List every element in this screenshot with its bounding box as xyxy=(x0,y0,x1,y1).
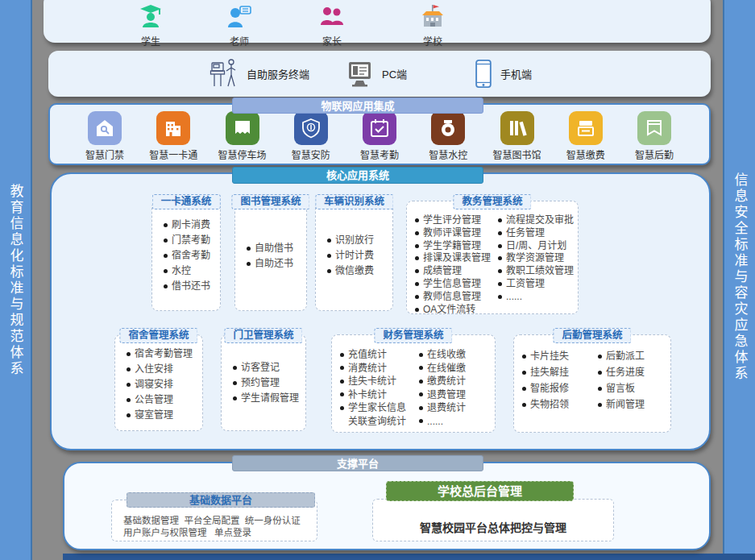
dormitory-management-box: 宿舍管理系统 宿舍考勤管理 入住安排 调寝安排 公告管理 寝室管理 xyxy=(114,334,203,431)
list-item: 水控 xyxy=(164,263,215,279)
list-item: 缴费统计 xyxy=(419,375,492,388)
iot-tile-logistics: 智慧后勤 xyxy=(625,111,683,161)
bottom-accent-bar xyxy=(63,554,755,560)
list-item: 退费统计 xyxy=(419,401,492,415)
users-panel: 学生 老师 家长 学校 xyxy=(44,0,711,43)
list-item: 宿舍考勤管理 xyxy=(127,346,197,362)
list-item: 学生学籍管理 xyxy=(415,240,492,253)
terminal-item-mobile: 手机端 xyxy=(474,51,532,97)
list-item: 成绩管理 xyxy=(415,265,492,278)
iot-tile-water-control: 智慧水控 xyxy=(419,111,477,161)
vehicle-recognition-box: 车辆识别系统 识别放行 计时计费 微信缴费 xyxy=(315,201,393,311)
system-box-title: 图书管理系统 xyxy=(231,194,309,209)
iot-section-header: 物联网应用集成 xyxy=(232,97,483,114)
list-item: 访客登记 xyxy=(233,360,301,375)
onecard-system-box: 一卡通系统 刷卡消费 门禁考勤 宿舍考勤 水控 借书还书 xyxy=(151,201,221,311)
one-card-icon xyxy=(156,111,190,145)
kiosk-icon xyxy=(209,57,240,91)
list-item: 智能报修 xyxy=(522,380,591,396)
water-control-icon xyxy=(431,111,465,145)
iot-tile-payment: 智慧缴费 xyxy=(557,111,615,161)
list-item: 教师信息管理 xyxy=(415,291,492,304)
school-icon xyxy=(420,3,446,29)
parents-icon xyxy=(319,3,345,29)
list-item: 任务进度 xyxy=(598,364,667,380)
attendance-icon xyxy=(363,111,396,145)
list-item: 补卡统计 xyxy=(340,388,413,402)
terminal-item-label: 自助服务终端 xyxy=(247,66,309,81)
iot-tile-parking: 智慧停车场 xyxy=(214,111,272,161)
list-item: 寝室管理 xyxy=(127,408,197,423)
user-item-label: 学校 xyxy=(400,34,465,48)
iot-tile-label: 智慧水控 xyxy=(419,147,477,161)
list-item: 自助还书 xyxy=(247,256,301,272)
iot-tile-label: 智慧考勤 xyxy=(351,147,409,161)
base-platform-line1: 基础数据管理 平台全局配置 统一身份认证 xyxy=(123,515,317,527)
core-panel: 一卡通系统 刷卡消费 门禁考勤 宿舍考勤 水控 借书还书 图书管理系统 自助借书… xyxy=(50,172,711,450)
list-item: 识别放行 xyxy=(327,233,388,248)
teacher-icon xyxy=(226,3,252,29)
right-sidebar: 信息安全标准与容灾应急体系 xyxy=(723,0,755,554)
iot-tile-library: 智慧图书馆 xyxy=(488,111,546,161)
support-panel: 基础数据管理 平台全局配置 统一身份认证 用户账户与权限管理 单点登录 基础数据… xyxy=(63,462,711,550)
list-item: ...... xyxy=(419,415,492,429)
list-item: 学生信息管理 xyxy=(415,278,492,291)
terminals-panel: 自助服务终端 PC端 手机端 xyxy=(48,51,711,97)
list-item: 公告管理 xyxy=(127,392,197,408)
user-item-teacher: 老师 xyxy=(207,3,272,48)
list-item: 预约管理 xyxy=(233,375,301,391)
logistics-icon xyxy=(637,111,671,145)
user-item-parents: 家长 xyxy=(300,3,364,48)
user-item-label: 家长 xyxy=(300,34,364,48)
iot-tile-label: 智慧门禁 xyxy=(76,147,134,161)
terminal-item-kiosk: 自助服务终端 xyxy=(209,51,309,97)
iot-tile-security: 智慧安防 xyxy=(282,111,340,161)
list-item: 在线收缴 xyxy=(419,348,492,362)
terminal-item-label: PC端 xyxy=(382,66,407,81)
list-item: 挂失卡统计 xyxy=(340,375,413,388)
iot-tile-label: 智慧缴费 xyxy=(557,147,615,161)
list-item: 失物招领 xyxy=(522,396,591,413)
iot-tile-attendance: 智慧考勤 xyxy=(351,111,409,161)
list-item: 日/周、月计划 xyxy=(498,240,575,253)
system-box-title: 车辆识别系统 xyxy=(315,194,393,209)
terminal-item-pc: PC端 xyxy=(345,51,407,97)
list-item: 退费管理 xyxy=(419,388,492,402)
user-item-label: 老师 xyxy=(207,34,272,48)
library-management-box: 图书管理系统 自助借书 自助还书 xyxy=(234,201,307,311)
core-section-header: 核心应用系统 xyxy=(232,167,483,184)
payment-icon xyxy=(569,111,603,145)
list-item: 流程提交及审批 xyxy=(498,214,575,227)
left-sidebar: 教育信息化标准与规范体系 xyxy=(0,0,32,560)
parking-icon xyxy=(226,111,259,145)
list-item: 教学资源管理 xyxy=(498,252,575,265)
support-section-header: 支撑平台 xyxy=(232,455,483,471)
user-item-student: 学生 xyxy=(118,3,183,48)
list-item: 学生请假管理 xyxy=(233,391,301,406)
system-box-title: 财务管理系统 xyxy=(374,328,452,343)
list-item: 学生评分管理 xyxy=(415,214,492,227)
list-item: 挂失解挂 xyxy=(522,364,591,380)
list-item: 工资管理 xyxy=(498,278,575,291)
list-item: 入住安排 xyxy=(127,362,197,377)
list-item: 教职工绩效管理 xyxy=(498,265,575,278)
finance-management-box: 财务管理系统 充值统计 消费统计 挂失卡统计 补卡统计 学生家长信息关联查询统计… xyxy=(331,334,496,433)
security-icon xyxy=(294,111,328,145)
iot-tile-label: 智慧安防 xyxy=(282,147,340,161)
list-item: 借书还书 xyxy=(164,279,215,294)
terminal-item-label: 手机端 xyxy=(500,66,532,81)
right-sidebar-label: 信息安全标准与容灾应急体系 xyxy=(730,172,750,382)
base-data-platform-title: 基础数据平台 xyxy=(127,492,315,508)
list-item: 后勤派工 xyxy=(598,348,667,364)
system-box-title: 一卡通系统 xyxy=(152,194,221,209)
list-item: ...... xyxy=(498,291,575,304)
list-item: 计时计费 xyxy=(327,248,388,263)
phone-icon xyxy=(474,59,494,89)
list-item: 卡片挂失 xyxy=(522,348,591,364)
smart-campus-architecture-diagram: 教育信息化标准与规范体系 信息安全标准与容灾应急体系 学生 老师 xyxy=(0,0,755,560)
system-box-title: 教务管理系统 xyxy=(453,194,531,209)
iot-tile-door-access: 智慧门禁 xyxy=(76,111,134,161)
academic-affairs-box: 教务管理系统 学生评分管理 教师评课管理 学生学籍管理 排课及课表管理 成绩管理… xyxy=(406,201,579,314)
admin-platform-content: 智慧校园平台总体把控与管理 xyxy=(420,519,566,535)
list-item: 刷卡消费 xyxy=(164,218,215,233)
